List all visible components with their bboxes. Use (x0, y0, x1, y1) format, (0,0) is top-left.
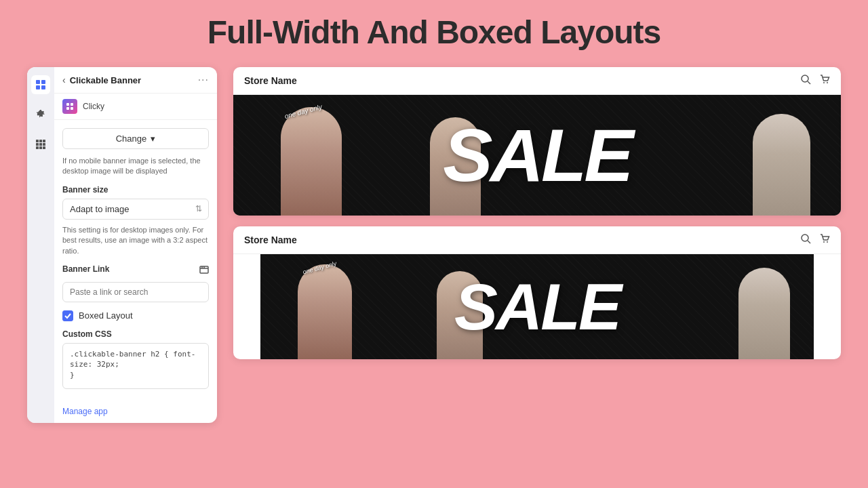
svg-rect-11 (39, 146, 42, 149)
manage-app-link[interactable]: Manage app (54, 407, 217, 423)
more-button[interactable]: ··· (198, 74, 209, 86)
app-icon (62, 99, 77, 114)
svg-rect-10 (36, 146, 39, 149)
browser-icons-2 (800, 233, 830, 247)
svg-rect-12 (43, 146, 45, 149)
svg-point-27 (823, 241, 825, 243)
back-button[interactable]: ‹ (62, 75, 66, 85)
sale-text-1: SALE (443, 118, 631, 192)
right-panels: Store Name (233, 67, 841, 359)
browser-icons-1 (800, 74, 830, 87)
svg-rect-7 (36, 143, 39, 146)
svg-rect-9 (43, 143, 45, 146)
banner-link-row: Banner Link (62, 264, 209, 278)
custom-css-textarea[interactable]: .clickable-banner h2 { font-size: 32px; … (62, 343, 209, 389)
custom-css-label: Custom CSS (62, 329, 209, 339)
boxed-layout-checkbox[interactable] (62, 310, 73, 321)
sale-text-2: SALE (454, 274, 620, 340)
cart-icon-1[interactable] (819, 74, 830, 87)
browser-window-1: Store Name (233, 67, 841, 216)
banner-image-1: SALE one day only (233, 95, 841, 216)
browser-bar-1: Store Name (233, 67, 841, 95)
page-title: Full-Width And Boxed Layouts (208, 14, 660, 51)
search-icon-2[interactable] (800, 233, 811, 247)
banner-size-select-wrapper: Adapt to image ⇅ (62, 199, 209, 220)
link-icon (199, 265, 209, 277)
svg-line-22 (808, 81, 810, 84)
search-icon-1[interactable] (800, 74, 811, 87)
svg-rect-6 (43, 140, 45, 142)
svg-point-23 (823, 82, 825, 83)
store-name-2: Store Name (244, 235, 297, 245)
boxed-layout-label: Boxed Layout (79, 310, 133, 321)
helper-text: If no mobile banner image is selected, t… (62, 156, 209, 177)
svg-rect-0 (36, 80, 40, 84)
banner-image-2: SALE one day only (260, 254, 814, 359)
svg-point-25 (802, 235, 808, 241)
banner-link-input[interactable] (62, 282, 209, 302)
boxed-layout-container: SALE one day only (233, 254, 841, 359)
svg-rect-5 (39, 140, 42, 142)
apps-icon[interactable] (31, 135, 50, 154)
svg-rect-16 (71, 107, 73, 110)
banner-size-label: Banner size (62, 185, 209, 195)
svg-rect-13 (66, 103, 69, 106)
svg-rect-2 (36, 85, 40, 89)
app-row: Clicky (54, 94, 217, 120)
banner-link-label: Banner Link (62, 264, 109, 274)
cart-icon-2[interactable] (819, 233, 830, 247)
svg-rect-15 (66, 107, 69, 110)
change-button[interactable]: Change ▾ (62, 128, 209, 149)
store-name-1: Store Name (244, 75, 297, 86)
sidebar-icons (27, 67, 54, 423)
left-panel: ‹ Clickable Banner ··· Clicky Chang (27, 67, 217, 423)
browser-bar-2: Store Name (233, 226, 841, 254)
svg-point-28 (827, 241, 828, 243)
boxed-layout-row: Boxed Layout (62, 310, 209, 321)
svg-line-26 (808, 241, 810, 243)
panel-body: Change ▾ If no mobile banner image is se… (54, 120, 217, 407)
svg-point-21 (802, 75, 808, 82)
svg-rect-14 (71, 103, 73, 106)
svg-point-24 (827, 82, 828, 83)
app-name: Clicky (83, 102, 104, 111)
panel-content: ‹ Clickable Banner ··· Clicky Chang (54, 67, 217, 423)
main-content: ‹ Clickable Banner ··· Clicky Chang (27, 67, 841, 423)
banner-size-select[interactable]: Adapt to image (62, 199, 209, 220)
grid-icon[interactable] (31, 75, 50, 94)
browser-window-2: Store Name (233, 226, 841, 359)
panel-title: Clickable Banner (70, 75, 194, 85)
settings-icon[interactable] (31, 105, 50, 124)
svg-rect-8 (39, 143, 42, 146)
svg-rect-4 (36, 140, 39, 142)
panel-header: ‹ Clickable Banner ··· (54, 67, 217, 94)
banner-size-hint: This setting is for desktop images only.… (62, 225, 209, 256)
svg-rect-3 (41, 85, 45, 89)
svg-rect-1 (41, 80, 45, 84)
chevron-down-icon: ▾ (151, 134, 155, 144)
